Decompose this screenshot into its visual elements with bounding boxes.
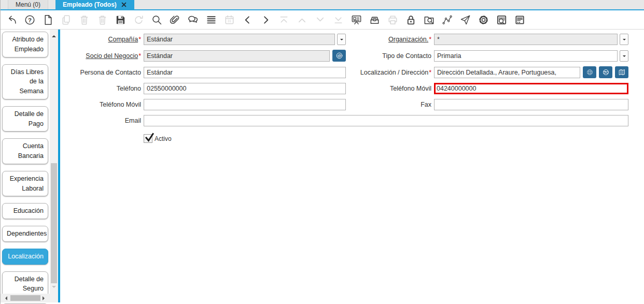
contact-type-dropdown-button[interactable] <box>620 50 628 62</box>
location-field <box>434 66 628 78</box>
refresh-icon <box>133 14 145 26</box>
phone-label: Teléfono <box>63 83 141 94</box>
find-icon[interactable] <box>151 14 163 26</box>
form-panel: Compañía* Organización.* Socio del Negoc… <box>60 30 644 302</box>
detail-record-icon <box>314 14 326 26</box>
location-route-button[interactable] <box>615 66 628 78</box>
business-partner-info-button[interactable]: @ <box>332 50 346 62</box>
sidebar-horizontal-scrollbar[interactable] <box>1 294 50 302</box>
mobile-input[interactable] <box>434 83 628 94</box>
help-icon[interactable]: ? <box>24 14 36 26</box>
scroll-up-icon[interactable] <box>52 33 56 37</box>
organization-dropdown-button[interactable] <box>620 34 628 45</box>
log-panel-icon[interactable] <box>514 14 526 26</box>
tab-menu[interactable]: Menú (0) <box>8 0 48 9</box>
business-partner-input[interactable] <box>144 50 330 62</box>
contact-type-label: Tipo de Contacto <box>348 50 431 62</box>
mobile-field-highlighted <box>434 83 628 94</box>
sidebar-item-localizacion[interactable]: Localización <box>2 249 48 265</box>
active-checkbox-row: Activo <box>144 134 628 143</box>
sidebar-item-detalle-de-pago[interactable]: Detalle de Pago <box>2 106 48 132</box>
sidebar-item-educacion[interactable]: Educación <box>2 203 48 219</box>
company-label-link[interactable]: Compañía <box>108 36 138 43</box>
location-input[interactable] <box>434 67 580 78</box>
globe-grid-icon <box>585 68 594 77</box>
phone-field <box>144 83 346 94</box>
zoom-across-icon[interactable] <box>423 14 435 26</box>
location-label: Localización / Dirección* <box>348 67 431 78</box>
contact-person-field <box>144 67 346 78</box>
previous-record-icon[interactable] <box>242 14 254 26</box>
product-info-icon[interactable] <box>496 14 508 26</box>
send-icon[interactable] <box>459 14 471 26</box>
sidebar-item-dependientes[interactable]: Dependientes <box>2 226 48 242</box>
required-mark: * <box>138 36 141 43</box>
map-icon <box>618 68 626 77</box>
save-icon[interactable] <box>115 14 127 26</box>
toggle-grid-icon[interactable] <box>205 14 217 26</box>
chat-icon[interactable] <box>187 14 199 26</box>
scroll-left-icon[interactable] <box>3 296 7 300</box>
phone-input[interactable] <box>144 83 346 94</box>
fax-input[interactable] <box>434 99 628 110</box>
required-mark: * <box>429 69 431 76</box>
print-icon <box>387 14 399 26</box>
new-record-icon[interactable] <box>42 14 54 26</box>
sidebar-vertical-scrollbar[interactable] <box>50 30 58 302</box>
scroll-right-icon[interactable] <box>43 296 47 300</box>
attachment-icon[interactable] <box>169 14 181 26</box>
next-record-icon[interactable] <box>260 14 272 26</box>
tab-menu-label: Menú (0) <box>16 1 40 8</box>
mobile2-input[interactable] <box>144 99 346 110</box>
business-partner-field: @ <box>144 50 346 62</box>
fax-field <box>434 99 628 110</box>
business-partner-label-link[interactable]: Socio del Negocio <box>86 52 138 60</box>
parent-record-icon <box>296 14 308 26</box>
active-checkbox[interactable] <box>144 134 152 143</box>
sidebar-item-dias-libres[interactable]: Días Libres de la Semana <box>2 64 48 99</box>
email-input[interactable] <box>144 115 628 126</box>
organization-label: Organización.* <box>348 34 431 45</box>
horizontal-scroll-thumb[interactable] <box>10 295 40 301</box>
chevron-down-icon <box>623 39 626 42</box>
contact-type-input[interactable] <box>434 50 618 62</box>
archive-icon[interactable] <box>369 14 381 26</box>
undo-icon[interactable] <box>6 14 18 26</box>
report-icon[interactable] <box>351 14 362 26</box>
email-label: Email <box>63 115 141 126</box>
contact-person-input[interactable] <box>144 67 346 78</box>
lock-icon[interactable] <box>405 14 417 26</box>
workflow-icon[interactable] <box>441 14 453 26</box>
mobile-label: Teléfono Móvil <box>348 83 431 94</box>
last-record-icon <box>332 14 344 26</box>
fax-label: Fax <box>348 99 431 110</box>
first-record-icon <box>278 14 290 26</box>
mobile2-field <box>144 99 346 110</box>
sidebar-item-detalle-de-seguro[interactable]: Detalle de Seguro <box>2 271 48 297</box>
vertical-scroll-thumb[interactable] <box>51 163 57 283</box>
contact-person-label: Persona de Contacto <box>63 67 141 78</box>
close-icon[interactable] <box>121 2 127 8</box>
sidebar-item-atributo-de-empleado[interactable]: Atributo de Empleado <box>2 32 48 57</box>
toolbar: ? 31 <box>1 10 644 30</box>
business-partner-label: Socio del Negocio* <box>63 50 141 62</box>
required-mark: * <box>429 36 431 43</box>
mobile2-label: Teléfono Móvil <box>63 99 141 110</box>
location-dialog-button[interactable] <box>583 66 596 78</box>
calendar-icon: 31 <box>223 14 235 26</box>
organization-input[interactable] <box>434 34 618 45</box>
company-input[interactable] <box>144 34 335 45</box>
tab-empleado[interactable]: Empleado (Todos) <box>55 0 134 9</box>
contact-type-combo <box>434 50 628 62</box>
window-tabbar: Menú (0) Empleado (Todos) <box>1 0 644 10</box>
detail-tabs-sidebar: Atributo de Empleado Días Libres de la S… <box>1 30 50 302</box>
required-mark: * <box>138 52 141 60</box>
sidebar-item-cuenta-bancaria[interactable]: Cuenta Bancaria <box>2 138 48 164</box>
preferences-icon[interactable] <box>478 14 489 26</box>
sidebar-item-experiencia-laboral[interactable]: Experiencia Laboral <box>2 171 48 197</box>
location-map-button[interactable] <box>599 66 612 78</box>
company-label: Compañía* <box>63 34 141 45</box>
active-label: Activo <box>155 135 172 142</box>
organization-label-link[interactable]: Organización. <box>388 36 428 43</box>
company-dropdown-button[interactable] <box>337 34 346 45</box>
